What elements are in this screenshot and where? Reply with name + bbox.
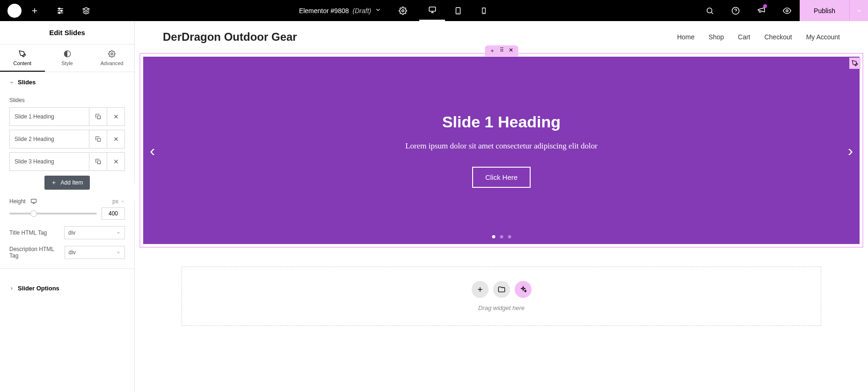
site-title: DerDragon Outdoor Gear (163, 30, 297, 44)
svg-point-10 (60, 10, 62, 11)
topbar: Elementor #9808 (Draft) Publish (0, 0, 868, 21)
height-label: Height (9, 198, 26, 205)
dropzone-template-button[interactable] (493, 281, 510, 298)
editor-sidebar: Edit Slides Content Style Advanced Slide… (0, 21, 135, 392)
add-element-button[interactable] (22, 0, 47, 21)
widget-handle: ＋ ⠿ ✕ (485, 45, 518, 56)
slide-item[interactable]: Slide 3 Heading (9, 152, 125, 171)
desc-tag-select[interactable]: div (65, 246, 125, 259)
dropzone-text: Drag widget here (478, 304, 525, 311)
tab-advanced[interactable]: Advanced (89, 44, 134, 72)
elementor-logo[interactable] (7, 4, 22, 18)
help-button[interactable] (722, 0, 748, 21)
site-nav: Home Shop Cart Checkout My Account (677, 33, 840, 41)
slide-dot[interactable] (492, 235, 495, 238)
device-desktop[interactable] (419, 0, 445, 21)
finder-button[interactable] (697, 0, 722, 21)
slider-widget: ‹ › Slide 1 Heading Lorem ipsum dolor si… (143, 57, 860, 244)
remove-slide-button[interactable] (107, 153, 124, 170)
slide-item-label: Slide 2 Heading (10, 130, 89, 148)
svg-rect-31 (97, 138, 100, 141)
widget-close-icon[interactable]: ✕ (509, 47, 513, 55)
title-dropdown-icon[interactable] (375, 7, 381, 15)
nav-link[interactable]: Home (677, 33, 694, 41)
svg-line-22 (711, 12, 713, 14)
svg-point-13 (401, 9, 404, 12)
height-input[interactable] (102, 207, 125, 220)
svg-rect-28 (97, 116, 100, 118)
slide-dots (492, 235, 511, 238)
tab-content[interactable]: Content (0, 44, 45, 72)
sidebar-title: Edit Slides (0, 21, 134, 44)
height-slider[interactable] (9, 213, 97, 214)
svg-rect-0 (12, 8, 13, 14)
widget-dropzone[interactable]: Drag widget here (182, 266, 821, 326)
section-slides-header[interactable]: Slides (0, 72, 134, 92)
title-tag-label: Title HTML Tag (9, 229, 47, 236)
slide-dot[interactable] (508, 235, 511, 238)
svg-rect-2 (14, 10, 17, 11)
slide-item[interactable]: Slide 2 Heading (9, 130, 125, 148)
topbar-left (0, 0, 99, 21)
svg-point-25 (786, 9, 788, 12)
responsive-devices (419, 0, 496, 21)
slide-heading: Slide 1 Heading (442, 113, 561, 131)
tab-style[interactable]: Style (45, 44, 90, 72)
title-tag-select[interactable]: div (64, 226, 125, 239)
svg-rect-14 (429, 7, 436, 11)
nav-link[interactable]: Shop (708, 33, 724, 41)
slide-item-label: Slide 3 Heading (10, 153, 89, 170)
section-slider-options-header[interactable]: Slider Options (0, 278, 134, 298)
slide-item[interactable]: Slide 1 Heading (9, 107, 125, 126)
publish-button[interactable]: Publish (800, 0, 849, 21)
slide-dot[interactable] (500, 235, 503, 238)
page-title-area: Elementor #9808 (Draft) (99, 0, 697, 21)
device-tablet[interactable] (445, 0, 471, 21)
preview-button[interactable] (774, 0, 800, 21)
slide-item-label: Slide 1 Heading (10, 108, 89, 126)
svg-marker-12 (83, 7, 89, 10)
edit-widget-icon[interactable] (849, 58, 861, 69)
duplicate-slide-button[interactable] (89, 153, 107, 170)
publish-options-button[interactable] (849, 0, 868, 21)
nav-link[interactable]: Checkout (764, 33, 792, 41)
svg-rect-1 (14, 8, 17, 9)
page-title: Elementor #9808 (299, 7, 349, 15)
preview-canvas: DerDragon Outdoor Gear Home Shop Cart Ch… (135, 21, 868, 392)
svg-point-21 (707, 8, 712, 13)
duplicate-slide-button[interactable] (89, 130, 107, 148)
whats-new-button[interactable] (748, 0, 774, 21)
unit-selector[interactable]: px (112, 198, 125, 205)
site-settings-button[interactable] (47, 0, 73, 21)
dropzone-ai-button[interactable] (515, 281, 532, 298)
svg-rect-34 (97, 161, 100, 163)
slide-description: Lorem ipsum dolor sit amet consectetur a… (405, 141, 598, 151)
svg-rect-39 (31, 199, 36, 202)
next-slide-arrow[interactable]: › (848, 141, 853, 160)
device-desktop-icon[interactable] (30, 198, 37, 205)
structure-button[interactable] (73, 0, 99, 21)
widget-add-icon[interactable]: ＋ (489, 47, 495, 55)
editor-tabs: Content Style Advanced (0, 44, 134, 72)
page-status: (Draft) (353, 7, 372, 15)
nav-link[interactable]: Cart (738, 33, 750, 41)
svg-point-27 (111, 53, 113, 55)
nav-link[interactable]: My Account (806, 33, 840, 41)
prev-slide-arrow[interactable]: ‹ (150, 141, 155, 160)
remove-slide-button[interactable] (107, 130, 124, 148)
selected-widget[interactable]: ＋ ⠿ ✕ ‹ › Slide 1 Heading Lorem ipsum do… (139, 53, 863, 248)
desc-tag-label: Description HTML Tag (9, 246, 65, 259)
slides-label: Slides (9, 97, 125, 104)
dropzone-add-button[interactable] (472, 281, 489, 298)
widget-drag-icon[interactable]: ⠿ (500, 47, 504, 55)
svg-point-11 (58, 12, 60, 14)
svg-rect-3 (14, 12, 17, 14)
add-item-button[interactable]: Add Item (44, 176, 89, 190)
remove-slide-button[interactable] (107, 108, 124, 126)
slide-cta-button[interactable]: Click Here (472, 167, 531, 188)
page-settings-button[interactable] (390, 0, 416, 21)
topbar-right: Publish (697, 0, 868, 21)
duplicate-slide-button[interactable] (89, 108, 107, 126)
device-mobile[interactable] (471, 0, 496, 21)
svg-point-9 (58, 8, 60, 9)
